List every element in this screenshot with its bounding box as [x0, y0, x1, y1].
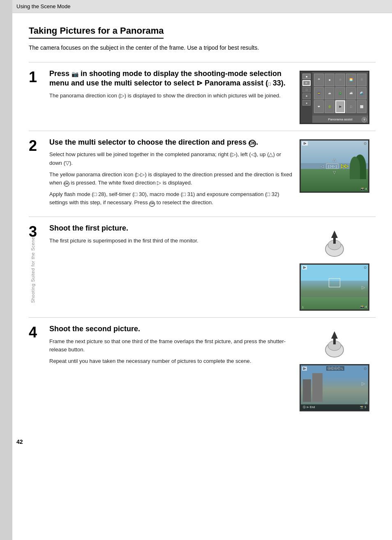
grid-cell: ⬜	[357, 100, 367, 113]
shutter-button-illustration	[320, 225, 349, 260]
pano-info: 📸4	[361, 187, 367, 191]
grid-cell: ❤	[314, 100, 324, 113]
help-icon: ?	[362, 117, 367, 122]
step-2-heading: Use the multi selector to choose the dir…	[49, 138, 293, 147]
intro-text: The camera focuses on the subject in the…	[29, 44, 376, 52]
menu-screen: ■ ⊳ □ ★ ● ☂ ■ ☆ 🌅 ☃	[300, 71, 369, 124]
focus-bracket	[329, 278, 340, 287]
grid-cell: ☃	[357, 74, 367, 86]
svg-rect-3	[333, 238, 336, 244]
menu-icon-3: □	[302, 87, 311, 92]
grid-cell: 🏙	[346, 87, 356, 100]
step-1: 1 Press 📷 in shooting mode to display th…	[29, 62, 376, 131]
step-2-images: ⊳ ⊙ △ ◁ [▷▷] ▷▷ ▽	[293, 138, 376, 210]
menu-icon-1: ■	[302, 74, 311, 79]
arrow-right-active: ▷▷	[341, 163, 348, 169]
shutter-button-illustration-2	[320, 326, 349, 361]
grid-cell: □	[346, 100, 356, 113]
step-3-heading: Shoot the first picture.	[49, 224, 293, 233]
step-1-heading: Press 📷 in shooting mode to display the …	[49, 69, 293, 88]
grid-cell: ☂	[314, 74, 324, 86]
step-3: 3 Shoot the first picture. The first pic…	[29, 217, 376, 317]
step-3-number: 3	[29, 224, 49, 239]
pano-direction-screen: ⊳ ⊙ △ ◁ [▷▷] ▷▷ ▽	[300, 139, 369, 193]
arrow-left: ◁	[321, 164, 324, 168]
step-4: 4 Shoot the second picture. Frame the ne…	[29, 317, 376, 418]
arrow-down: ▽	[333, 170, 336, 175]
step-4-images: ⊳ ⒶⒺⒶⒻ L ⊙ ▷ Ⓢ ⊳ End 📸 3	[293, 324, 376, 411]
step-3-body: The first picture is superimposed in the…	[49, 237, 293, 245]
shoot-second-screen: ⊳ ⒶⒺⒶⒻ L ⊙ ▷ Ⓢ ⊳ End 📸 3	[300, 364, 369, 411]
shoot2-af: ⒶⒺⒶⒻ L	[326, 366, 345, 371]
page-number: 42	[16, 438, 23, 445]
grid-cell: ■	[325, 74, 334, 86]
shutter-svg	[322, 226, 347, 259]
step-4-number: 4	[29, 325, 49, 340]
grid-cell: ⛰	[325, 87, 334, 100]
grid-cell: 🎄	[335, 87, 345, 100]
pano-mode-icon: ⊳	[302, 141, 308, 145]
svg-marker-6	[331, 331, 338, 339]
page-footer: 42	[0, 434, 392, 449]
grid-cell: 🌵	[325, 100, 334, 113]
step-1-number: 1	[29, 70, 49, 85]
sidebar-tab: Shooting Suited for the Scene	[0, 0, 12, 540]
step-1-body: The panorama direction icon (▷) is displ…	[49, 92, 293, 100]
step-1-images: ■ ⊳ □ ★ ● ☂ ■ ☆ 🌅 ☃	[293, 69, 376, 124]
svg-marker-2	[331, 231, 338, 238]
step-3-images: ⊳ ⊙ ▷ 📸4 1	[293, 224, 376, 311]
shoot-bottom-info: 📸4	[360, 305, 367, 309]
step-4-body: Frame the next picture so that one third…	[49, 337, 293, 365]
step-2-number: 2	[29, 138, 49, 153]
direction-indicator-2: ▷	[362, 381, 365, 386]
grid-cell-selected: ⊳	[335, 100, 345, 113]
grid-cell: ☆	[335, 74, 345, 86]
shoot-mode-icon: ⊳	[302, 265, 307, 270]
menu-icon-5: ●	[302, 100, 311, 106]
shoot2-counter: 2	[365, 402, 367, 404]
shutter-svg-2	[322, 327, 347, 360]
shoot-first-screen: ⊳ ⊙ ▷ 📸4 1	[300, 263, 369, 311]
center-box: [▷▷]	[326, 164, 339, 169]
header-title: Using the Scene Mode	[16, 3, 71, 9]
shoot2-mode: ⊳	[302, 367, 307, 371]
shoot2-bottom-bar: Ⓢ ⊳ End 📸 3	[301, 404, 368, 410]
svg-rect-7	[333, 339, 336, 344]
menu-icon-4: ★	[302, 93, 311, 99]
arrow-up: △	[333, 157, 336, 162]
step-4-heading: Shoot the second picture.	[49, 324, 293, 334]
header-bar: Using the Scene Mode	[0, 0, 392, 13]
menu-label: Panorama assist	[328, 118, 353, 121]
menu-icon-2-active: ⊳	[302, 80, 311, 86]
direction-indicator: ▷	[362, 284, 365, 290]
shoot2-settings: ⊙	[364, 367, 367, 371]
shoot-settings-icon: ⊙	[364, 265, 367, 270]
grid-cell: 🌊	[357, 87, 367, 100]
page-title: Taking Pictures for a Panorama	[29, 25, 164, 39]
step-2: 2 Use the multi selector to choose the d…	[29, 131, 376, 217]
grid-cell: 👮	[314, 87, 324, 100]
step-2-body: Select how pictures will be joined toget…	[49, 150, 293, 207]
grid-cell: 🌅	[346, 74, 356, 86]
shoot-counter: 1	[302, 306, 304, 309]
pano-settings-icon: ⊙	[364, 141, 367, 145]
